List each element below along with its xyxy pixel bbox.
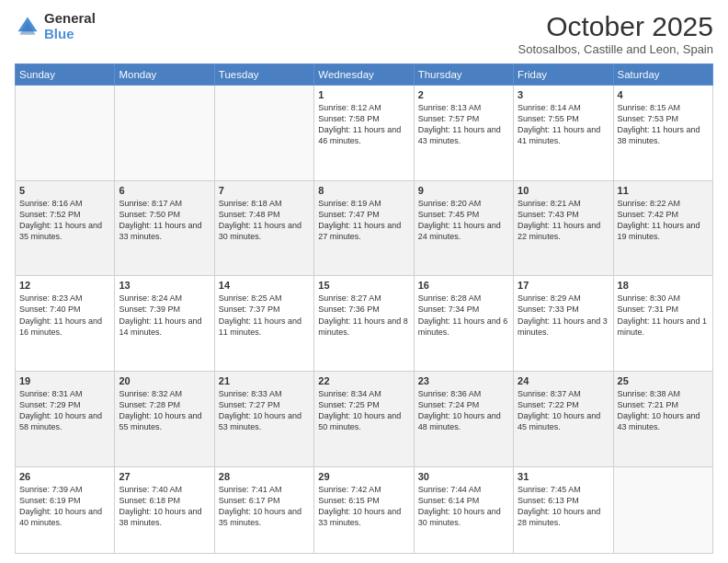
calendar-cell: 31Sunrise: 7:45 AM Sunset: 6:13 PM Dayli… — [514, 466, 613, 553]
day-number: 18 — [618, 280, 709, 291]
day-number: 23 — [418, 375, 509, 386]
calendar-table: SundayMondayTuesdayWednesdayThursdayFrid… — [15, 63, 713, 554]
calendar-cell: 29Sunrise: 7:42 AM Sunset: 6:15 PM Dayli… — [314, 466, 414, 553]
day-number: 24 — [518, 375, 609, 386]
day-info: Sunrise: 8:30 AM Sunset: 7:31 PM Dayligh… — [618, 293, 709, 338]
page: General Blue October 2025 Sotosalbos, Ca… — [0, 0, 728, 563]
header: General Blue October 2025 Sotosalbos, Ca… — [15, 11, 713, 56]
calendar-cell: 28Sunrise: 7:41 AM Sunset: 6:17 PM Dayli… — [214, 466, 313, 553]
calendar-cell: 25Sunrise: 8:38 AM Sunset: 7:21 PM Dayli… — [613, 372, 712, 467]
calendar-cell: 15Sunrise: 8:27 AM Sunset: 7:36 PM Dayli… — [314, 276, 414, 372]
logo-icon — [15, 14, 40, 40]
day-info: Sunrise: 7:41 AM Sunset: 6:17 PM Dayligh… — [219, 484, 310, 529]
calendar-cell: 19Sunrise: 8:31 AM Sunset: 7:29 PM Dayli… — [16, 372, 115, 467]
calendar-cell: 3Sunrise: 8:14 AM Sunset: 7:55 PM Daylig… — [514, 86, 613, 181]
day-info: Sunrise: 8:19 AM Sunset: 7:47 PM Dayligh… — [318, 198, 409, 243]
day-info: Sunrise: 7:40 AM Sunset: 6:18 PM Dayligh… — [119, 484, 210, 529]
day-info: Sunrise: 8:13 AM Sunset: 7:57 PM Dayligh… — [418, 102, 509, 147]
day-number: 30 — [418, 471, 509, 482]
calendar-cell: 5Sunrise: 8:16 AM Sunset: 7:52 PM Daylig… — [16, 180, 115, 276]
day-info: Sunrise: 8:32 AM Sunset: 7:28 PM Dayligh… — [119, 388, 210, 433]
calendar-cell: 27Sunrise: 7:40 AM Sunset: 6:18 PM Dayli… — [115, 466, 214, 553]
calendar-cell: 12Sunrise: 8:23 AM Sunset: 7:40 PM Dayli… — [16, 276, 115, 372]
calendar-cell — [214, 86, 313, 181]
weekday-header-sunday: Sunday — [16, 64, 115, 86]
logo-blue-text: Blue — [44, 27, 96, 42]
calendar-week-row: 1Sunrise: 8:12 AM Sunset: 7:58 PM Daylig… — [16, 86, 713, 181]
calendar-cell: 10Sunrise: 8:21 AM Sunset: 7:43 PM Dayli… — [514, 180, 613, 276]
weekday-header-thursday: Thursday — [414, 64, 513, 86]
day-number: 2 — [418, 89, 509, 100]
calendar-cell: 11Sunrise: 8:22 AM Sunset: 7:42 PM Dayli… — [613, 180, 712, 276]
day-number: 19 — [19, 375, 110, 386]
day-info: Sunrise: 8:22 AM Sunset: 7:42 PM Dayligh… — [618, 198, 709, 243]
day-number: 12 — [19, 280, 110, 291]
calendar-cell: 30Sunrise: 7:44 AM Sunset: 6:14 PM Dayli… — [414, 466, 513, 553]
calendar-cell: 2Sunrise: 8:13 AM Sunset: 7:57 PM Daylig… — [414, 86, 513, 181]
weekday-header-saturday: Saturday — [613, 64, 712, 86]
calendar-cell: 6Sunrise: 8:17 AM Sunset: 7:50 PM Daylig… — [115, 180, 214, 276]
day-info: Sunrise: 8:15 AM Sunset: 7:53 PM Dayligh… — [618, 102, 709, 147]
day-number: 8 — [318, 185, 409, 196]
day-number: 15 — [318, 280, 409, 291]
calendar-cell: 20Sunrise: 8:32 AM Sunset: 7:28 PM Dayli… — [115, 372, 214, 467]
day-info: Sunrise: 8:12 AM Sunset: 7:58 PM Dayligh… — [318, 102, 409, 147]
day-number: 16 — [418, 280, 509, 291]
calendar-cell: 8Sunrise: 8:19 AM Sunset: 7:47 PM Daylig… — [314, 180, 414, 276]
weekday-header-row: SundayMondayTuesdayWednesdayThursdayFrid… — [16, 64, 713, 86]
day-info: Sunrise: 8:21 AM Sunset: 7:43 PM Dayligh… — [518, 198, 609, 243]
day-info: Sunrise: 8:16 AM Sunset: 7:52 PM Dayligh… — [19, 198, 110, 243]
day-number: 1 — [318, 89, 409, 100]
day-number: 3 — [518, 89, 609, 100]
calendar-cell — [613, 466, 712, 553]
day-info: Sunrise: 7:42 AM Sunset: 6:15 PM Dayligh… — [318, 484, 409, 529]
calendar-week-row: 19Sunrise: 8:31 AM Sunset: 7:29 PM Dayli… — [16, 372, 713, 467]
day-number: 11 — [618, 185, 709, 196]
weekday-header-tuesday: Tuesday — [214, 64, 313, 86]
day-number: 22 — [318, 375, 409, 386]
day-number: 25 — [618, 375, 709, 386]
calendar-cell: 4Sunrise: 8:15 AM Sunset: 7:53 PM Daylig… — [613, 86, 712, 181]
day-number: 7 — [219, 185, 310, 196]
calendar-cell: 14Sunrise: 8:25 AM Sunset: 7:37 PM Dayli… — [214, 276, 313, 372]
calendar-cell: 17Sunrise: 8:29 AM Sunset: 7:33 PM Dayli… — [514, 276, 613, 372]
day-info: Sunrise: 8:17 AM Sunset: 7:50 PM Dayligh… — [119, 198, 210, 243]
calendar-cell: 13Sunrise: 8:24 AM Sunset: 7:39 PM Dayli… — [115, 276, 214, 372]
day-info: Sunrise: 8:33 AM Sunset: 7:27 PM Dayligh… — [219, 388, 310, 433]
day-info: Sunrise: 8:20 AM Sunset: 7:45 PM Dayligh… — [418, 198, 509, 243]
day-info: Sunrise: 7:45 AM Sunset: 6:13 PM Dayligh… — [518, 484, 609, 529]
day-info: Sunrise: 8:23 AM Sunset: 7:40 PM Dayligh… — [19, 293, 110, 338]
calendar-cell: 1Sunrise: 8:12 AM Sunset: 7:58 PM Daylig… — [314, 86, 414, 181]
day-info: Sunrise: 8:25 AM Sunset: 7:37 PM Dayligh… — [219, 293, 310, 338]
day-number: 14 — [219, 280, 310, 291]
day-info: Sunrise: 8:38 AM Sunset: 7:21 PM Dayligh… — [618, 388, 709, 433]
day-info: Sunrise: 8:24 AM Sunset: 7:39 PM Dayligh… — [119, 293, 210, 338]
day-info: Sunrise: 8:34 AM Sunset: 7:25 PM Dayligh… — [318, 388, 409, 433]
calendar-cell: 21Sunrise: 8:33 AM Sunset: 7:27 PM Dayli… — [214, 372, 313, 467]
day-info: Sunrise: 8:28 AM Sunset: 7:34 PM Dayligh… — [418, 293, 509, 338]
day-number: 17 — [518, 280, 609, 291]
weekday-header-wednesday: Wednesday — [314, 64, 414, 86]
day-info: Sunrise: 8:27 AM Sunset: 7:36 PM Dayligh… — [318, 293, 409, 338]
calendar-cell: 18Sunrise: 8:30 AM Sunset: 7:31 PM Dayli… — [613, 276, 712, 372]
day-number: 21 — [219, 375, 310, 386]
calendar-cell: 24Sunrise: 8:37 AM Sunset: 7:22 PM Dayli… — [514, 372, 613, 467]
logo-general-text: General — [44, 11, 96, 27]
calendar-cell: 7Sunrise: 8:18 AM Sunset: 7:48 PM Daylig… — [214, 180, 313, 276]
day-info: Sunrise: 8:36 AM Sunset: 7:24 PM Dayligh… — [418, 388, 509, 433]
day-number: 20 — [119, 375, 210, 386]
day-number: 10 — [518, 185, 609, 196]
day-number: 4 — [618, 89, 709, 100]
calendar-cell — [16, 86, 115, 181]
calendar-cell: 26Sunrise: 7:39 AM Sunset: 6:19 PM Dayli… — [16, 466, 115, 553]
day-number: 6 — [119, 185, 210, 196]
weekday-header-monday: Monday — [115, 64, 214, 86]
day-info: Sunrise: 7:44 AM Sunset: 6:14 PM Dayligh… — [418, 484, 509, 529]
day-info: Sunrise: 8:14 AM Sunset: 7:55 PM Dayligh… — [518, 102, 609, 147]
day-info: Sunrise: 7:39 AM Sunset: 6:19 PM Dayligh… — [19, 484, 110, 529]
calendar-cell — [115, 86, 214, 181]
title-block: October 2025 Sotosalbos, Castille and Le… — [518, 11, 713, 56]
calendar-week-row: 12Sunrise: 8:23 AM Sunset: 7:40 PM Dayli… — [16, 276, 713, 372]
logo-text: General Blue — [44, 11, 96, 41]
calendar-cell: 23Sunrise: 8:36 AM Sunset: 7:24 PM Dayli… — [414, 372, 513, 467]
